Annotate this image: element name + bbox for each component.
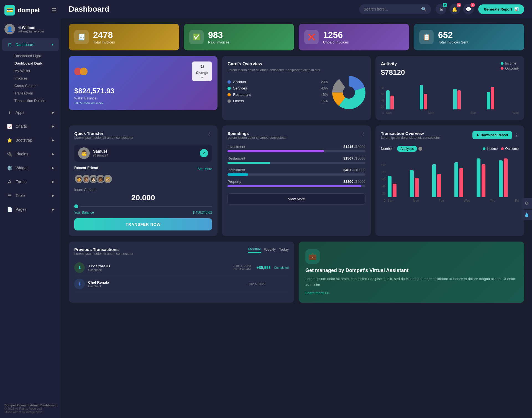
sidebar-item-transaction-details[interactable]: Transaction Details [12, 97, 61, 104]
number-pill[interactable] [418, 147, 422, 151]
change-button[interactable]: ↻ Change ▼ [192, 61, 212, 81]
txn-thu-income [477, 158, 480, 197]
chat-button[interactable]: 💬 5 [463, 4, 474, 14]
sidebar-item-dashboard-light[interactable]: Dashboard Light [12, 52, 61, 60]
txn-wed-outcome [459, 168, 463, 197]
wallet-label: Wallet Balance [74, 96, 212, 100]
bag-button[interactable]: 🛍 2 [436, 4, 446, 14]
search-bar[interactable]: 🔍 [359, 4, 431, 14]
txn-tue-outcome [437, 174, 441, 197]
greeting: Hi,William [18, 25, 44, 30]
pie-legend: Account 20% Services 40% Restaurant 15% [227, 80, 328, 105]
outcome-dot [501, 67, 503, 70]
sidebar-item-pages[interactable]: 📄 Pages ▶ [2, 203, 59, 216]
sidebar-item-apps[interactable]: ℹ Apps ▶ [2, 106, 59, 119]
bell-badge: 12 [457, 3, 461, 7]
sidebar-item-my-wallet[interactable]: My Wallet [12, 67, 61, 75]
chevron-right-icon: ▶ [52, 152, 54, 156]
chevron-right-icon: ▶ [52, 207, 54, 211]
float-water-button[interactable]: 💧 [521, 210, 532, 220]
contact-check-button[interactable]: ✓ [200, 149, 208, 157]
spending-property: Property $3890 /$4000 [227, 179, 365, 187]
chevron-right-icon: ▶ [52, 124, 54, 128]
wallet-card: ↻ Change ▼ $824,571.93 Wallet Balance +0… [69, 56, 218, 110]
generate-report-button[interactable]: Generate Report 📊 [478, 4, 524, 14]
chevron-right-icon: ▶ [52, 166, 54, 170]
sidebar-item-cards-center[interactable]: Cards Center [12, 82, 61, 89]
friend-5: 👩🏼 [103, 174, 112, 184]
amount-slider[interactable] [74, 204, 212, 208]
quick-transfer-card: Quick Transfer Lorem ipsum dolor sit ame… [69, 125, 218, 236]
sidebar-item-table[interactable]: ☰ Table ▶ [2, 189, 59, 202]
sidebar-item-invoices[interactable]: Invoices [12, 75, 61, 82]
unpaid-invoices-label: Unpaid Invoices [323, 40, 349, 44]
cards-overview-title: Card's Overview [227, 61, 365, 66]
txn-amount-1: +$5,553 [254, 265, 271, 270]
samuel-avatar: 👨 [78, 147, 90, 159]
forms-icon: 🖨 [7, 179, 13, 185]
number-toggle: Number [381, 147, 393, 151]
stat-total-invoices: 🧾 2478 Total Invoices [69, 24, 179, 50]
sidebar-item-transaction[interactable]: Transaction [12, 89, 61, 97]
see-more-link[interactable]: See More [198, 167, 212, 171]
transfer-now-button[interactable]: TRANSFER NOW [74, 218, 212, 230]
sidebar-item-dashboard-dark[interactable]: Dashboard Dark [12, 60, 61, 67]
refresh-icon: ↻ [200, 64, 204, 70]
stat-unpaid-invoices: ❌ 1256 Unpaid Invoices [299, 24, 409, 50]
sidebar-user: 👤 Hi,William william@gmail.com [0, 20, 61, 38]
sidebar-item-charts[interactable]: 📈 Charts ▶ [2, 120, 59, 133]
chevron-down-icon: ▼ [201, 76, 203, 79]
sidebar-item-bootstrap[interactable]: ⭐ Bootstrap ▶ [2, 134, 59, 147]
download-report-button[interactable]: ⬇ Download Report [472, 131, 512, 139]
sidebar-item-plugins[interactable]: 🔌 Plugins ▶ [2, 148, 59, 160]
sidebar-item-forms[interactable]: 🖨 Forms ▶ [2, 175, 59, 188]
hamburger-icon[interactable]: ☰ [52, 7, 57, 14]
user-email: william@gmail.com [18, 30, 44, 33]
txn-chart-area: 100 80 60 40 20 0 [381, 156, 519, 202]
search-input[interactable] [364, 7, 419, 11]
sidebar-item-widget[interactable]: ⚙️ Widget ▶ [2, 161, 59, 174]
chevron-down-icon: ▼ [51, 43, 54, 47]
txn-name-2: Chef Renata [88, 280, 109, 284]
quick-transfer-title: Quick Transfer [74, 131, 133, 136]
view-more-button[interactable]: View More [227, 193, 365, 205]
tab-weekly[interactable]: Weekly [264, 247, 276, 253]
pages-icon: 📄 [7, 206, 13, 212]
txn-thu-outcome [482, 164, 485, 197]
chart-x-labels: Sun Mon Tue Wed [386, 111, 519, 114]
svg-point-4 [343, 86, 355, 99]
txn-tab-row: Monthly Weekly Today [248, 247, 289, 253]
va-icon: 💼 [305, 249, 320, 264]
sent-invoices-num: 652 [438, 30, 468, 40]
activity-chart: Sun Mon Tue Wed [386, 79, 519, 114]
learn-more-link[interactable]: Learn more >> [305, 291, 518, 295]
chart-icon: 📊 [514, 7, 519, 11]
sidebar-item-dashboard[interactable]: ⊞ Dashboard ▼ [2, 38, 59, 51]
charts-icon: 📈 [7, 123, 13, 129]
balance-label: Your Balance [74, 211, 94, 214]
tab-today[interactable]: Today [279, 247, 289, 253]
tab-monthly[interactable]: Monthly [248, 247, 261, 253]
slider-handle[interactable] [74, 204, 78, 208]
spending-restaurant: Restaurant $1567 /$5000 [227, 156, 365, 164]
bell-button[interactable]: 🔔 12 [449, 4, 460, 14]
more-icon[interactable]: ⋮ [361, 131, 365, 136]
bar-chart [386, 82, 519, 109]
more-icon[interactable]: ⋮ [208, 131, 212, 136]
txn-mon-income [410, 170, 414, 197]
widget-icon: ⚙️ [7, 165, 13, 171]
more-icon[interactable]: ⋮ [514, 133, 519, 138]
total-invoices-num: 2478 [93, 30, 115, 40]
big-bar-chart [388, 158, 519, 197]
total-invoices-label: Total Invoices [93, 40, 115, 44]
pie-row: Account 20% Services 40% Restaurant 15% [227, 76, 365, 109]
txn-type-1: Cashback [88, 268, 110, 271]
legend-restaurant: Restaurant 15% [227, 93, 328, 97]
float-settings-button[interactable]: ⚙ [521, 198, 532, 209]
header-icons: 🛍 2 🔔 12 💬 5 [436, 4, 474, 14]
bar-mon-outcome [424, 94, 427, 109]
balance-value: $ 456,345.62 [193, 211, 212, 214]
logo-text: dompet [18, 7, 40, 14]
analytics-toggle[interactable]: Analytics [397, 146, 417, 152]
stats-row: 🧾 2478 Total Invoices ✅ 983 Paid Invoice… [69, 24, 524, 50]
